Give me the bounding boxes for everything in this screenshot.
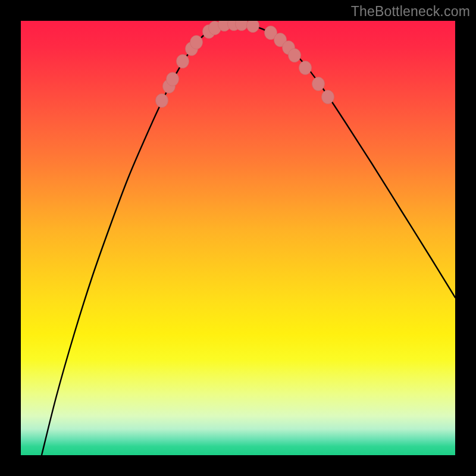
watermark-text: TheBottleneck.com <box>351 4 470 20</box>
gradient-background <box>21 21 455 455</box>
chart-frame: TheBottleneck.com <box>0 0 476 476</box>
plot-area <box>21 21 455 455</box>
